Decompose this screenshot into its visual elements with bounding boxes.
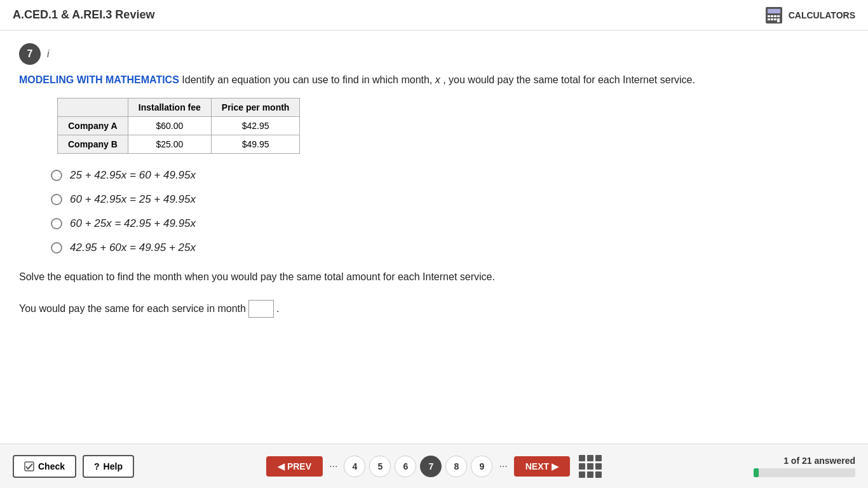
info-icon[interactable]: i: [47, 48, 50, 60]
svg-rect-8: [774, 18, 776, 20]
progress-bar-fill: [754, 468, 759, 477]
choice-d[interactable]: 42.95 + 60x = 49.95 + 25x: [51, 241, 849, 254]
page-8[interactable]: 8: [445, 456, 467, 477]
nav-center: ◀ PREV ··· 4 5 6 7 8 9 ··· NEXT ▶: [266, 455, 602, 478]
company-b-label: Company B: [58, 135, 128, 154]
svg-rect-9: [777, 18, 780, 22]
company-a-price: $42.95: [211, 117, 300, 135]
page-title: A.CED.1 & A.REI.3 Review: [13, 8, 154, 22]
company-a-label: Company A: [58, 117, 128, 135]
radio-c[interactable]: [51, 218, 62, 229]
choice-c-text: 60 + 25x = 42.95 + 49.95x: [70, 217, 196, 230]
page-5[interactable]: 5: [369, 456, 391, 477]
grid-dot: [595, 463, 602, 470]
page-6[interactable]: 6: [395, 456, 416, 477]
solve-section: Solve the equation to find the month whe…: [19, 269, 849, 285]
answered-count: 1 of 21 answered: [783, 456, 855, 466]
company-b-price: $49.95: [211, 135, 300, 154]
grid-dot: [587, 463, 593, 470]
progress-bar-container: [754, 468, 855, 477]
svg-rect-1: [768, 9, 780, 13]
grid-dot: [595, 471, 602, 478]
choice-a-text: 25 + 42.95x = 60 + 49.95x: [70, 169, 196, 182]
svg-rect-5: [777, 15, 780, 17]
calculator-icon: [764, 6, 783, 25]
help-icon: ?: [94, 461, 100, 471]
choice-c[interactable]: 60 + 25x = 42.95 + 49.95x: [51, 217, 849, 230]
next-button[interactable]: NEXT ▶: [514, 456, 570, 477]
page-7[interactable]: 7: [420, 456, 442, 477]
choice-b-text: 60 + 42.95x = 25 + 49.95x: [70, 193, 196, 206]
main-content: 7 i MODELING WITH MATHEMATICS Identify a…: [0, 30, 868, 330]
answer-choices: 25 + 42.95x = 60 + 49.95x 60 + 42.95x = …: [51, 169, 849, 254]
company-b-fee: $25.00: [128, 135, 211, 154]
help-label: Help: [104, 461, 123, 471]
grid-view-button[interactable]: [579, 455, 602, 478]
question-text-part2: , you would pay the same total for each …: [443, 74, 695, 85]
next-arrow-icon: ▶: [552, 461, 559, 471]
page-9[interactable]: 9: [471, 456, 492, 477]
help-button[interactable]: ? Help: [83, 455, 134, 478]
footer-right: 1 of 21 answered: [754, 456, 855, 477]
company-a-fee: $60.00: [128, 117, 211, 135]
answer-section: You would pay the same for each service …: [19, 300, 849, 318]
svg-rect-4: [774, 15, 776, 17]
month-input[interactable]: [248, 300, 274, 318]
grid-dot: [587, 455, 593, 461]
page-4[interactable]: 4: [344, 456, 365, 477]
ellipsis-left: ···: [327, 461, 340, 472]
radio-a[interactable]: [51, 170, 62, 181]
question-number: 7: [19, 43, 41, 65]
data-table: Installation fee Price per month Company…: [57, 98, 300, 154]
table-header-price: Price per month: [211, 98, 300, 117]
footer-left: Check ? Help: [13, 455, 134, 478]
check-button[interactable]: Check: [13, 455, 76, 478]
table-header-empty: [58, 98, 128, 117]
table-row: Company A $60.00 $42.95: [58, 117, 300, 135]
svg-rect-7: [771, 18, 773, 20]
grid-dot: [579, 463, 585, 470]
radio-b[interactable]: [51, 194, 62, 205]
check-icon: [24, 461, 34, 471]
modeling-label: MODELING WITH MATHEMATICS: [19, 74, 179, 85]
question-badge: 7 i: [19, 43, 849, 65]
radio-d[interactable]: [51, 242, 62, 254]
svg-rect-2: [768, 15, 770, 17]
next-label: NEXT: [526, 461, 549, 471]
prev-label: PREV: [287, 461, 311, 471]
choice-d-text: 42.95 + 60x = 49.95 + 25x: [70, 241, 196, 254]
calculators-button[interactable]: CALCULATORS: [764, 6, 855, 25]
grid-dot: [595, 455, 602, 461]
svg-rect-3: [771, 15, 773, 17]
prev-button[interactable]: ◀ PREV: [266, 456, 323, 477]
header: A.CED.1 & A.REI.3 Review CALCULATORS: [0, 0, 868, 30]
ellipsis-right: ···: [496, 461, 510, 472]
question-text-part1: Identify an equation you can use to find…: [182, 74, 435, 85]
answer-prefix: You would pay the same for each service …: [19, 303, 246, 315]
grid-dot: [587, 471, 593, 478]
choice-b[interactable]: 60 + 42.95x = 25 + 49.95x: [51, 193, 849, 206]
svg-rect-6: [768, 18, 770, 20]
table-row: Company B $25.00 $49.95: [58, 135, 300, 154]
grid-dot: [579, 471, 585, 478]
grid-dot: [579, 455, 585, 461]
check-label: Check: [38, 461, 65, 471]
table-header-fee: Installation fee: [128, 98, 211, 117]
choice-a[interactable]: 25 + 42.95x = 60 + 49.95x: [51, 169, 849, 182]
footer: Check ? Help ◀ PREV ··· 4 5 6 7 8 9 ··· …: [0, 444, 868, 488]
answer-suffix: .: [276, 303, 279, 315]
prev-arrow-icon: ◀: [278, 461, 285, 471]
variable: x: [435, 74, 440, 85]
calculators-label: CALCULATORS: [789, 10, 855, 20]
question-text: MODELING WITH MATHEMATICS Identify an eq…: [19, 72, 849, 88]
